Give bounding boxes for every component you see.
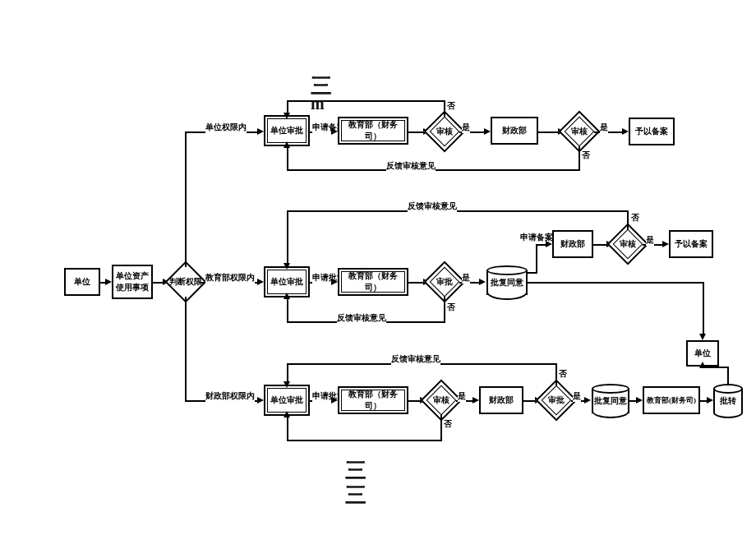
r3-agree: 批复同意 xyxy=(592,389,629,413)
r3-no-2: 否 xyxy=(559,368,567,380)
r1-feedback: 反馈审核意见 xyxy=(386,160,436,172)
r2-feedback: 反馈审核意见 xyxy=(337,312,386,324)
r3-yes-2: 是 xyxy=(573,390,581,402)
r2-yes-2: 是 xyxy=(646,234,654,246)
r2-no-1: 否 xyxy=(447,302,455,313)
r2-moe: 教育部（财务司） xyxy=(338,268,408,296)
branch-label-mid: 教育部权限内 xyxy=(205,272,255,284)
branch-label-bot: 财政部权限内 xyxy=(205,390,255,402)
r3-feedback-top: 反馈审核意见 xyxy=(391,353,440,365)
r3-moe: 教育部（财务司） xyxy=(338,386,408,414)
decor-char-bot-1: 三 xyxy=(345,460,368,482)
r2-feedback-top: 反馈审核意见 xyxy=(408,201,457,212)
r2-record: 予以备案 xyxy=(669,230,713,258)
decor-char-bot-2: 三 xyxy=(345,485,368,506)
r3-forward: 批转 xyxy=(713,389,743,413)
r1-moe: 教育部（财务司） xyxy=(338,117,408,145)
node-unit-start: 单位 xyxy=(64,268,100,296)
r3-no-1: 否 xyxy=(444,418,452,430)
branch-label-top: 单位权限内 xyxy=(205,122,247,133)
r2-yes-1: 是 xyxy=(462,272,470,284)
r1-yes-1: 是 xyxy=(462,122,470,133)
r3-mof: 财政部 xyxy=(479,386,523,414)
r1-yes-2: 是 xyxy=(600,122,608,133)
r2-no-2: 否 xyxy=(631,212,639,224)
r3-yes-1: 是 xyxy=(458,390,466,402)
r1-no-1: 否 xyxy=(447,100,455,112)
r1-no-2: 否 xyxy=(582,150,590,161)
r2-mof: 财政部 xyxy=(552,230,593,258)
r1-record: 予以备案 xyxy=(629,118,675,145)
r1-mof: 财政部 xyxy=(491,117,538,145)
node-asset-use: 单位资产 使用事项 xyxy=(112,265,153,299)
r3-moe2: 教育部(财务司) xyxy=(643,386,700,414)
r2-agree: 批复同意 xyxy=(486,270,528,295)
decor-char-top-2: m xyxy=(311,95,326,112)
